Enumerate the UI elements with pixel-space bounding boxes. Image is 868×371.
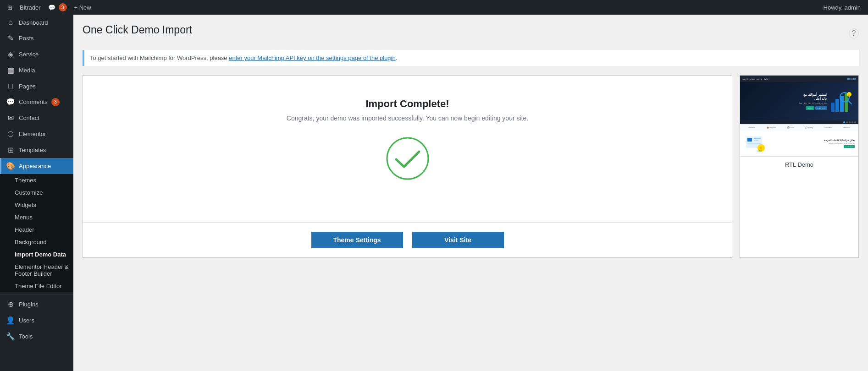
- howdy-label: Howdy, admin: [824, 4, 861, 11]
- submenu-label: Widgets: [15, 202, 36, 208]
- sidebar-item-appearance[interactable]: 🎨 Appearance: [0, 158, 73, 174]
- page-title: One Click Demo Import: [83, 24, 192, 36]
- mini-section2-body: نص تجريبي لعرض المحتوى الخاص بالقسم: [770, 142, 855, 144]
- elementor-icon: ⬡: [6, 130, 15, 138]
- submenu-elementor-header-footer[interactable]: Elementor Header & Footer Builder: [0, 261, 73, 280]
- mini-section2-title: بقابل شركتنا إلا إذا فاتت الفرصة: [770, 139, 855, 142]
- submenu-background[interactable]: Background: [0, 236, 73, 248]
- submenu-menus[interactable]: Menus: [0, 211, 73, 224]
- svg-point-0: [387, 138, 428, 179]
- mini-btn-green: ابدأ الآن: [806, 106, 814, 110]
- appearance-icon: 🎨: [6, 162, 15, 170]
- svg-rect-1: [831, 103, 835, 112]
- sidebar-item-label: Appearance: [19, 163, 51, 169]
- mini-logos-bar: webflow 📦Dropbox 💬slack 🎵Spotify coinbas…: [740, 124, 858, 131]
- sidebar-item-plugins[interactable]: ⊕ Plugins: [0, 296, 73, 312]
- sidebar-item-label: Service: [19, 51, 39, 58]
- mini-section2: $ +25K بقابل شركتنا إلا إذا فاتت الفرصة …: [740, 131, 858, 156]
- submenu-label: Theme File Editor: [15, 283, 62, 289]
- sidebar-item-label: Pages: [19, 83, 36, 90]
- submenu-label: Background: [15, 239, 46, 246]
- sidebar-item-media[interactable]: ▦ Media: [0, 62, 73, 78]
- import-title: Import Complete!: [365, 98, 449, 110]
- sidebar-item-label: Elementor: [19, 131, 46, 137]
- sidebar-item-templates[interactable]: ⊞ Templates: [0, 142, 73, 158]
- sidebar: ⌂ Dashboard ✎ Posts ◈ Service ▦ Media □ …: [0, 15, 73, 371]
- tools-icon: 🔧: [6, 332, 15, 341]
- svg-rect-10: [747, 138, 752, 142]
- submenu-import-demo-data[interactable]: Import Demo Data: [0, 248, 73, 261]
- sidebar-item-contact[interactable]: ✉ Contact: [0, 110, 73, 126]
- sidebar-item-users[interactable]: 👤 Users: [0, 312, 73, 328]
- preview-label: RTL Demo: [740, 156, 858, 173]
- sidebar-divider-1: [0, 294, 73, 295]
- site-name-label: Bitrader: [20, 4, 41, 11]
- submenu-customize[interactable]: Customize: [0, 186, 73, 199]
- sidebar-item-elementor[interactable]: ⬡ Elementor: [0, 126, 73, 142]
- notice-suffix: .: [396, 55, 398, 61]
- page-layout: ⌂ Dashboard ✎ Posts ◈ Service ▦ Media □ …: [0, 15, 868, 371]
- admin-bar-right: Howdy, admin: [820, 0, 864, 15]
- submenu-widgets[interactable]: Widgets: [0, 199, 73, 211]
- mini-site-preview: الرئيسية خدمات من نحن تواصل Bitrader است…: [740, 76, 858, 156]
- comments-nav-icon: 💬: [6, 98, 15, 106]
- sidebar-item-service[interactable]: ◈ Service: [0, 46, 73, 62]
- svg-line-6: [848, 101, 851, 104]
- service-icon: ◈: [6, 50, 15, 59]
- sidebar-item-pages[interactable]: □ Pages: [0, 78, 73, 94]
- submenu-header[interactable]: Header: [0, 224, 73, 236]
- import-box: Import Complete! Congrats, your demo was…: [83, 75, 732, 258]
- sidebar-item-label: Contact: [19, 115, 39, 121]
- admin-bar-comments[interactable]: 💬 3: [44, 0, 71, 15]
- submenu-label: Menus: [15, 214, 33, 221]
- svg-rect-13: [747, 143, 761, 144]
- submenu-label: Header: [15, 226, 34, 233]
- sidebar-item-tools[interactable]: 🔧 Tools: [0, 328, 73, 344]
- sidebar-item-label: Posts: [19, 35, 34, 42]
- mini-btn-blue: اعرف المزيد: [815, 106, 827, 110]
- import-subtitle: Congrats, your demo was imported success…: [287, 115, 528, 122]
- plugins-icon: ⊕: [6, 300, 15, 309]
- templates-icon: ⊞: [6, 146, 15, 154]
- dashboard-icon: ⌂: [6, 18, 15, 27]
- svg-rect-11: [754, 138, 761, 139]
- comments-badge: 3: [59, 3, 67, 11]
- submenu-theme-file-editor[interactable]: Theme File Editor: [0, 280, 73, 292]
- sidebar-item-posts[interactable]: ✎ Posts: [0, 30, 73, 46]
- mailchimp-notice: To get started with Mailchimp for WordPr…: [83, 50, 859, 66]
- submenu-themes[interactable]: Themes: [0, 174, 73, 186]
- preview-image: الرئيسية خدمات من نحن تواصل Bitrader است…: [740, 76, 858, 156]
- new-label: + New: [74, 4, 91, 11]
- comments-icon: 💬: [48, 4, 55, 11]
- sidebar-item-dashboard[interactable]: ⌂ Dashboard: [0, 15, 73, 30]
- visit-site-button[interactable]: Visit Site: [412, 232, 504, 248]
- sidebar-item-label: Comments: [19, 98, 48, 105]
- admin-bar-items: ⊞ Bitrader 💬 3 + New: [4, 0, 820, 15]
- notice-link[interactable]: enter your Mailchimp API key on the sett…: [229, 55, 396, 61]
- admin-bar-howdy[interactable]: Howdy, admin: [820, 0, 864, 15]
- media-icon: ▦: [6, 66, 15, 75]
- contact-icon: ✉: [6, 114, 15, 122]
- admin-bar: ⊞ Bitrader 💬 3 + New Howdy, admin: [0, 0, 868, 15]
- svg-text:+25K: +25K: [757, 149, 762, 152]
- theme-settings-button[interactable]: Theme Settings: [311, 232, 403, 248]
- mini-site-logo: Bitrader: [847, 77, 856, 80]
- submenu-label: Import Demo Data: [15, 251, 66, 258]
- mini-hero-image: $: [827, 87, 855, 115]
- mini-section2-image: $ +25K: [744, 134, 767, 153]
- submenu-label: Elementor Header & Footer Builder: [15, 263, 69, 277]
- success-checkmark-icon: [385, 136, 431, 181]
- submenu-label: Customize: [15, 189, 43, 196]
- preview-box: الرئيسية خدمات من نحن تواصل Bitrader است…: [740, 75, 859, 258]
- sidebar-item-comments[interactable]: 💬 Comments 3: [0, 94, 73, 110]
- admin-bar-site-name[interactable]: Bitrader: [16, 0, 44, 15]
- help-icon[interactable]: ?: [849, 28, 859, 38]
- admin-bar-new[interactable]: + New: [71, 0, 95, 15]
- posts-icon: ✎: [6, 34, 15, 43]
- mini-cta-btn: اعرف المزيد: [844, 145, 855, 148]
- main-content: One Click Demo Import ? To get started w…: [73, 15, 868, 371]
- notice-text: To get started with Mailchimp for WordPr…: [90, 55, 229, 61]
- admin-bar-wp-logo[interactable]: ⊞: [4, 0, 16, 15]
- wp-logo-icon: ⊞: [7, 4, 12, 11]
- sidebar-item-label: Dashboard: [19, 19, 48, 26]
